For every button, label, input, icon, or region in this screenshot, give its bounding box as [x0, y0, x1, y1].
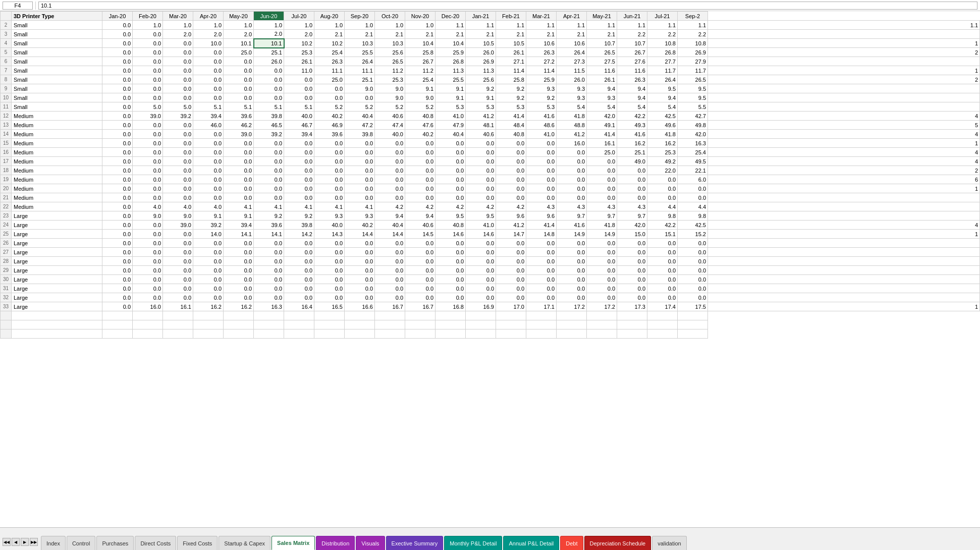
data-cell[interactable]: 40.4	[345, 112, 375, 121]
data-cell[interactable]: 0.0	[102, 102, 133, 112]
data-cell[interactable]: 0.0	[526, 184, 557, 193]
data-cell[interactable]: 27.6	[617, 57, 647, 66]
data-cell[interactable]: 0.0	[133, 148, 163, 157]
data-cell[interactable]: 0.0	[557, 266, 587, 275]
data-cell[interactable]: 0.0	[496, 266, 526, 275]
nav-first-arrow[interactable]: ◀◀	[3, 538, 11, 546]
data-cell[interactable]: 0.0	[254, 293, 284, 302]
data-cell[interactable]: 41.2	[466, 112, 496, 121]
data-cell[interactable]: 0.0	[526, 266, 557, 275]
data-cell[interactable]: 26.4	[557, 48, 587, 57]
data-cell[interactable]: 0.0	[466, 284, 496, 293]
data-cell[interactable]: 40.6	[466, 130, 496, 139]
data-cell[interactable]: 0.0	[526, 248, 557, 257]
data-cell[interactable]: 9.2	[284, 211, 314, 221]
data-cell[interactable]: 2.1	[375, 30, 405, 39]
data-cell[interactable]: 0.0	[133, 293, 163, 302]
tab-direct-costs[interactable]: Direct Costs	[135, 536, 176, 550]
data-cell[interactable]: 0.0	[678, 293, 708, 302]
data-cell[interactable]: 39.0	[163, 221, 193, 230]
data-cell[interactable]: 25.9	[435, 48, 466, 57]
data-cell[interactable]: 41.4	[526, 221, 557, 230]
data-cell[interactable]: 40.0	[375, 130, 405, 139]
data-cell[interactable]: 1.1	[678, 21, 708, 30]
data-cell[interactable]: 11.6	[617, 66, 647, 75]
data-cell[interactable]	[708, 275, 980, 284]
data-cell[interactable]: 0.0	[193, 66, 224, 75]
data-cell[interactable]: 0.0	[617, 175, 647, 184]
data-cell[interactable]: 0.0	[405, 184, 435, 193]
data-cell[interactable]: 0.0	[254, 257, 284, 266]
data-cell[interactable]: 0.0	[224, 139, 254, 148]
data-cell[interactable]: 9.0	[345, 84, 375, 93]
data-cell[interactable]: 2	[708, 48, 980, 57]
data-cell[interactable]: 0.0	[526, 275, 557, 284]
data-cell[interactable]: 0.0	[284, 266, 314, 275]
nav-prev-arrow[interactable]: ◀	[12, 538, 20, 546]
data-cell[interactable]: 0.0	[133, 193, 163, 202]
data-cell[interactable]: 1	[708, 230, 980, 239]
data-cell[interactable]	[708, 248, 980, 257]
data-cell[interactable]: 0.0	[405, 257, 435, 266]
data-cell[interactable]: 11.7	[678, 66, 708, 75]
data-cell[interactable]: 0.0	[587, 275, 617, 284]
data-cell[interactable]: 46.9	[314, 121, 345, 130]
data-cell[interactable]: 0.0	[193, 275, 224, 284]
data-cell[interactable]	[708, 239, 980, 248]
data-cell[interactable]: 26.4	[647, 75, 678, 84]
data-cell[interactable]: 17.1	[526, 302, 557, 311]
data-cell[interactable]: 0.0	[617, 184, 647, 193]
data-cell[interactable]: 10.5	[496, 39, 526, 48]
data-cell[interactable]: 0.0	[133, 157, 163, 166]
tab-validation[interactable]: validation	[652, 536, 686, 550]
data-cell[interactable]: 26.0	[254, 57, 284, 66]
data-cell[interactable]: 0.0	[405, 166, 435, 175]
data-cell[interactable]: 0.0	[375, 148, 405, 157]
data-cell[interactable]: 46.2	[224, 121, 254, 130]
data-cell[interactable]: 0.0	[647, 257, 678, 266]
data-cell[interactable]: 0.0	[435, 148, 466, 157]
data-cell[interactable]: 10.8	[678, 39, 708, 48]
printer-type-cell[interactable]: Medium	[12, 202, 102, 211]
data-cell[interactable]: 25.6	[466, 75, 496, 84]
data-cell[interactable]: 11.2	[375, 66, 405, 75]
data-cell[interactable]: 0.0	[133, 30, 163, 39]
data-cell[interactable]: 41.2	[557, 130, 587, 139]
data-cell[interactable]: 27.2	[526, 57, 557, 66]
data-cell[interactable]: 11.0	[284, 66, 314, 75]
data-cell[interactable]: 0.0	[314, 257, 345, 266]
data-cell[interactable]: 9.2	[526, 93, 557, 102]
data-cell[interactable]: 0.0	[466, 248, 496, 257]
tab-depreciation-schedule[interactable]: Depreciation Schedule	[584, 536, 651, 550]
data-cell[interactable]: 0.0	[133, 93, 163, 102]
data-cell[interactable]: 4.0	[163, 202, 193, 211]
data-cell[interactable]	[708, 102, 980, 112]
data-cell[interactable]: 26.1	[496, 48, 526, 57]
printer-type-cell[interactable]: Large	[12, 211, 102, 221]
data-cell[interactable]: 42.7	[678, 112, 708, 121]
data-cell[interactable]: 26.5	[587, 48, 617, 57]
data-cell[interactable]: 40.8	[496, 130, 526, 139]
data-cell[interactable]: 0.0	[405, 139, 435, 148]
tab-exective-summary[interactable]: Exective Summary	[386, 536, 444, 550]
data-cell[interactable]: 9.3	[557, 93, 587, 102]
data-cell[interactable]: 0.0	[345, 293, 375, 302]
data-cell[interactable]: 0.0	[102, 221, 133, 230]
data-cell[interactable]: 0.0	[224, 157, 254, 166]
data-cell[interactable]	[708, 30, 980, 39]
data-cell[interactable]: 0.0	[526, 157, 557, 166]
data-cell[interactable]: 14.2	[284, 230, 314, 239]
data-cell[interactable]: 9.0	[375, 84, 405, 93]
data-cell[interactable]: 0.0	[557, 284, 587, 293]
data-cell[interactable]: 1.1	[647, 21, 678, 30]
data-cell[interactable]: 49.6	[647, 121, 678, 130]
data-cell[interactable]: 0.0	[102, 202, 133, 211]
data-cell[interactable]: 0.0	[466, 175, 496, 184]
data-cell[interactable]: 17.2	[587, 302, 617, 311]
data-cell[interactable]: 25.1	[254, 48, 284, 57]
data-cell[interactable]: 14.3	[314, 230, 345, 239]
data-cell[interactable]: 16.0	[557, 139, 587, 148]
data-cell[interactable]: 0.0	[193, 57, 224, 66]
data-cell[interactable]: 0.0	[163, 257, 193, 266]
data-cell[interactable]: 0.0	[254, 275, 284, 284]
